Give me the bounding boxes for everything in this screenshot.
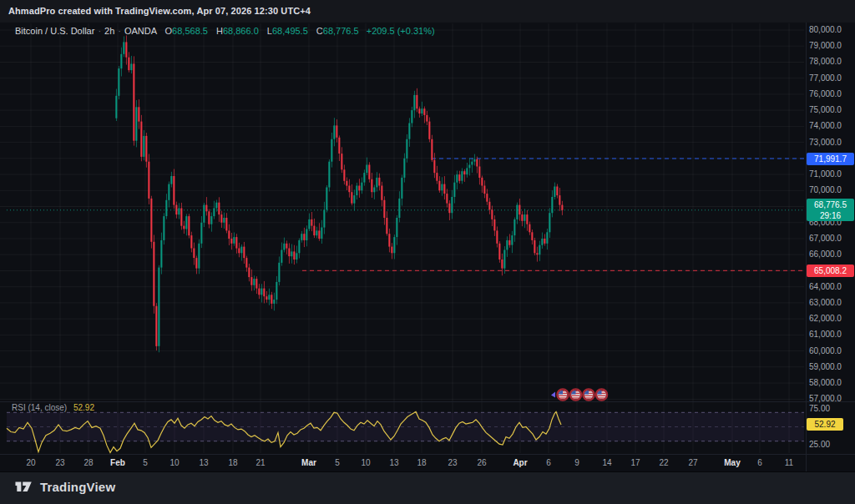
rsi-value: 52.92: [73, 403, 94, 412]
time-axis-label: 10: [352, 458, 379, 467]
open-label: O: [165, 26, 173, 36]
rsi-value-badge[interactable]: 52.92: [807, 418, 843, 431]
legend-separator: ·: [118, 26, 121, 36]
rsi-axis-label: 25.00: [809, 440, 830, 449]
time-axis-label: 10: [161, 458, 188, 467]
economic-event-icon: [570, 389, 581, 400]
lower-level-badge[interactable]: 65,008.2: [807, 265, 854, 277]
time-axis-label: 14: [594, 458, 620, 467]
rsi-axis-label: 75.00: [809, 404, 830, 413]
upper-level-badge[interactable]: 71,991.7: [807, 153, 854, 165]
last-price-badge[interactable]: 68,776.529:16: [807, 199, 854, 221]
symbol-title[interactable]: Bitcoin / U.S. Dollar: [15, 26, 94, 36]
price-axis-label: 58,000.0: [809, 378, 842, 387]
price-axis-label: 66,000.0: [809, 249, 842, 259]
exchange-label[interactable]: OANDA: [124, 26, 157, 36]
time-axis-label: Feb: [104, 458, 131, 467]
time-axis-label: 20: [18, 458, 44, 467]
price-axis-label: 73,000.0: [809, 138, 842, 147]
time-axis-label: 22: [650, 458, 677, 467]
time-axis-label: 9: [564, 458, 590, 467]
price-axis-label: 77,000.0: [809, 73, 842, 83]
time-axis-label: 18: [220, 458, 246, 467]
time-axis-label: 13: [190, 458, 217, 467]
purple-arrow-marker: [551, 392, 555, 398]
price-axis-label: 63,000.0: [809, 298, 842, 307]
time-axis-label: 28: [75, 458, 102, 467]
rsi-params: (14, close): [28, 403, 67, 412]
rsi-legend[interactable]: RSI (14, close) 52.92: [12, 403, 94, 412]
economic-event-icon: [596, 389, 607, 400]
time-axis-label: Apr: [507, 458, 534, 467]
tradingview-window: AhmadPro created with TradingView.com, A…: [0, 0, 855, 504]
time-axis-label: 6: [746, 458, 773, 467]
time-axis-label: 5: [324, 458, 351, 467]
interval-label[interactable]: 2h: [104, 26, 114, 36]
time-axis-label: 23: [439, 458, 466, 467]
price-axis-label: 78,000.0: [809, 57, 842, 66]
time-axis-label: May: [719, 458, 746, 467]
close-value: 68,776.5: [323, 26, 359, 36]
time-axis-label: 18: [408, 458, 435, 467]
price-axis-label: 60,000.0: [809, 346, 842, 355]
open-value: 68,568.5: [172, 26, 208, 36]
economic-event-icon: [583, 389, 594, 400]
time-axis-label: 5: [132, 458, 159, 467]
price-axis-label: 57,000.0: [809, 394, 842, 403]
high-value: 68,866.0: [223, 26, 259, 36]
price-axis-label: 74,000.0: [809, 121, 842, 130]
price-axis-label: 71,000.0: [809, 169, 842, 179]
price-axis-label: 59,000.0: [809, 362, 842, 371]
time-axis-label: 23: [47, 458, 73, 467]
time-axis-label: Mar: [296, 458, 322, 467]
price-axis-label: 70,000.0: [809, 185, 842, 194]
close-label: C: [316, 26, 323, 36]
price-axis-label: 80,000.0: [809, 25, 842, 34]
price-axis-label: 76,000.0: [809, 89, 842, 98]
low-value: 68,495.5: [272, 26, 308, 36]
price-axis-label: 64,000.0: [809, 282, 842, 291]
rsi-name[interactable]: RSI: [12, 403, 26, 412]
economic-event-icon: [557, 389, 568, 400]
time-axis-label: 11: [776, 458, 802, 467]
price-axis-label: 62,000.0: [809, 314, 842, 323]
price-axis-label: 61,000.0: [809, 330, 842, 339]
time-axis-label: 17: [622, 458, 649, 467]
time-axis-label: 26: [468, 458, 495, 467]
time-axis-label: 27: [680, 458, 706, 467]
legend-separator: ·: [98, 26, 101, 36]
time-axis-label: 6: [535, 458, 562, 467]
price-axis-label: 75,000.0: [809, 105, 842, 114]
price-axis-label: 67,000.0: [809, 234, 842, 243]
change-value: +209.5 (+0.31%): [367, 26, 435, 36]
high-label: H: [216, 26, 223, 36]
time-axis-label: 21: [247, 458, 274, 467]
symbol-legend[interactable]: Bitcoin / U.S. Dollar·2h·OANDA O68,568.5…: [15, 26, 435, 36]
price-axis-label: 79,000.0: [809, 41, 842, 50]
time-axis-label: 13: [381, 458, 407, 467]
candlestick-chart[interactable]: [0, 0, 855, 504]
